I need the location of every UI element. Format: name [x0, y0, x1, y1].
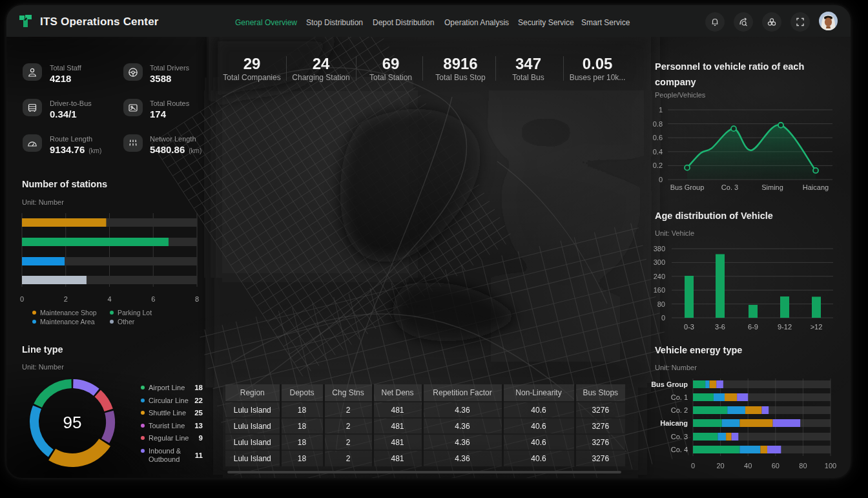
svg-text:9-12: 9-12	[778, 323, 792, 331]
svg-text:0: 0	[691, 462, 695, 470]
svg-text:6: 6	[151, 295, 155, 303]
svg-text:0: 0	[659, 176, 663, 183]
svg-text:Co. 4: Co. 4	[671, 446, 688, 453]
svg-text:80: 80	[799, 462, 807, 470]
svg-text:0-3: 0-3	[684, 323, 694, 331]
svg-text:20: 20	[716, 462, 724, 470]
svg-text:0.6: 0.6	[653, 134, 663, 141]
svg-text:300: 300	[654, 258, 665, 266]
svg-text:Haicang: Haicang	[803, 183, 829, 191]
svg-text:0.2: 0.2	[653, 161, 663, 169]
svg-text:160: 160	[654, 286, 665, 294]
svg-text:6-9: 6-9	[748, 323, 758, 331]
svg-text:80: 80	[657, 300, 665, 308]
svg-text:0.4: 0.4	[653, 148, 663, 156]
svg-text:0: 0	[20, 295, 24, 303]
svg-text:8: 8	[195, 295, 199, 303]
svg-text:2: 2	[64, 295, 68, 303]
svg-text:40: 40	[744, 462, 752, 470]
svg-text:1: 1	[659, 106, 663, 114]
svg-text:Bus Group: Bus Group	[651, 380, 688, 388]
svg-text:Co. 3: Co. 3	[721, 183, 738, 191]
svg-text:0: 0	[661, 314, 665, 322]
svg-text:Co. 1: Co. 1	[671, 393, 688, 401]
svg-text:Co. 3: Co. 3	[671, 433, 688, 441]
svg-text:380: 380	[654, 245, 665, 253]
svg-text:0.8: 0.8	[653, 120, 663, 128]
svg-text:240: 240	[654, 273, 665, 280]
svg-text:Siming: Siming	[761, 183, 783, 191]
svg-text:Co. 2: Co. 2	[671, 406, 688, 414]
svg-text:>12: >12	[811, 323, 823, 331]
svg-text:100: 100	[825, 462, 836, 470]
svg-text:3-6: 3-6	[715, 323, 725, 331]
svg-text:Haicang: Haicang	[660, 419, 688, 427]
svg-text:4: 4	[107, 295, 111, 303]
svg-text:60: 60	[772, 462, 780, 470]
svg-text:Bus Group: Bus Group	[670, 183, 705, 191]
